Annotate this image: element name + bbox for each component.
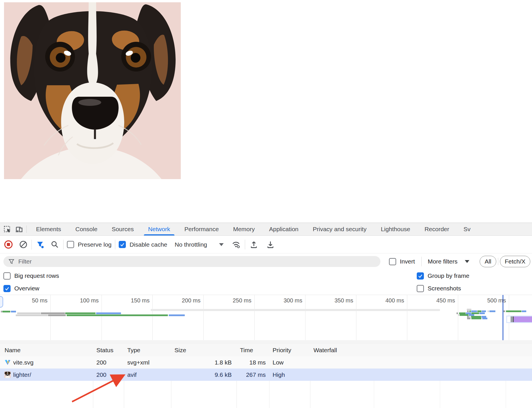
import-har-icon[interactable]: [249, 240, 259, 249]
overview-gridline: [356, 295, 356, 340]
record-network-log-button[interactable]: [3, 240, 13, 249]
devtools-panel: Elements Console Sources Network Perform…: [0, 223, 532, 408]
overview-selected-request-bar[interactable]: [506, 316, 532, 323]
network-conditions-icon[interactable]: [231, 240, 241, 249]
checkbox-unchecked[interactable]: [3, 272, 11, 280]
checkbox-unchecked[interactable]: [389, 258, 396, 265]
network-request-table: Name Status Type Size Time Priority Wate…: [0, 344, 532, 408]
export-har-icon[interactable]: [265, 240, 275, 249]
big-request-rows-checkbox[interactable]: Big request rows: [3, 272, 59, 280]
request-row-lighter-selected[interactable]: lighter/ 200 avif 9.6 kB 267 ms High: [0, 369, 532, 381]
tab-application[interactable]: Application: [262, 223, 306, 235]
overview-gridline: [305, 295, 305, 340]
preserve-log-checkbox[interactable]: Preserve log: [67, 241, 112, 248]
screenshots-checkbox[interactable]: Screenshots: [417, 285, 461, 292]
divider: [115, 240, 115, 249]
overview-gridline: [203, 295, 204, 340]
request-row-vite-svg[interactable]: vite.svg 200 svg+xml 1.8 kB 18 ms Low: [0, 356, 532, 369]
tab-network[interactable]: Network: [141, 223, 177, 235]
col-header-name[interactable]: Name: [5, 344, 21, 356]
overview-request-bar: [456, 312, 458, 314]
inspect-element-icon[interactable]: [2, 224, 12, 234]
col-header-time[interactable]: Time: [240, 344, 253, 356]
ruler-tick-label: 400 ms: [370, 297, 404, 304]
throttling-dropdown-caret[interactable]: [219, 243, 224, 246]
overview-request-bar: [471, 318, 481, 319]
overview-request-bar: [151, 309, 440, 311]
search-icon[interactable]: [49, 240, 60, 249]
divider: [31, 240, 32, 249]
overview-request-bar: [11, 311, 16, 312]
overview-gridline: [254, 295, 255, 340]
overview-gridline: [102, 295, 102, 340]
more-filters-button[interactable]: More filters: [428, 258, 470, 265]
tab-recorder[interactable]: Recorder: [417, 223, 456, 235]
divider: [63, 240, 63, 249]
disable-cache-label: Disable cache: [130, 241, 167, 248]
divider: [498, 258, 498, 265]
filter-toggle-icon[interactable]: [35, 240, 45, 249]
devtools-tab-bar: Elements Console Sources Network Perform…: [0, 223, 532, 236]
checkbox-checked[interactable]: [3, 285, 11, 292]
overview-request-bar: [169, 314, 185, 316]
overview-request-bar: [17, 312, 41, 314]
dog-favicon: [4, 371, 11, 378]
overview-gridline: [50, 295, 51, 340]
overview-gridline: [458, 295, 458, 340]
checkbox-unchecked[interactable]: [417, 285, 424, 292]
throttling-select[interactable]: No throttling: [175, 241, 207, 248]
ruler-tick-label: 50 ms: [13, 297, 47, 304]
col-header-priority[interactable]: Priority: [273, 344, 291, 356]
checkbox-checked[interactable]: [417, 272, 424, 280]
overview-request-bar: [503, 310, 505, 312]
checkbox-unchecked[interactable]: [67, 241, 74, 248]
tab-console[interactable]: Console: [68, 223, 105, 235]
network-overview-timeline[interactable]: 50 ms100 ms150 ms200 ms250 ms300 ms350 m…: [0, 295, 532, 340]
overview-request-bar: [469, 310, 471, 312]
disable-cache-checkbox[interactable]: Disable cache: [119, 241, 167, 248]
overview-drag-handle[interactable]: [0, 296, 3, 308]
tab-sources[interactable]: Sources: [105, 223, 141, 235]
overview-request-bar: [96, 312, 121, 314]
device-toolbar-icon[interactable]: [14, 224, 24, 234]
group-by-frame-checkbox[interactable]: Group by frame: [417, 272, 469, 280]
tab-elements[interactable]: Elements: [29, 223, 68, 235]
overview-request-bar: [467, 309, 471, 310]
overview-request-bar: [458, 314, 459, 316]
overview-playhead[interactable]: [503, 295, 503, 340]
network-filter-row: Filter Invert More filters All Fetch/X: [0, 253, 532, 270]
tab-lighthouse[interactable]: Lighthouse: [374, 223, 417, 235]
overview-request-bar: [65, 312, 96, 314]
overview-request-bar: [48, 314, 66, 316]
filter-pill-fetch-xhr[interactable]: Fetch/X: [500, 256, 530, 267]
overview-checkbox[interactable]: Overview: [3, 285, 39, 292]
ruler-tick-label: 350 ms: [319, 297, 353, 304]
filter-input[interactable]: Filter: [3, 256, 380, 267]
invert-checkbox[interactable]: Invert: [389, 258, 415, 265]
overview-request-bar: [488, 310, 489, 312]
ruler-tick-label: 100 ms: [64, 297, 99, 304]
tab-privacy-security[interactable]: Privacy and security: [305, 223, 374, 235]
clear-network-log-button[interactable]: [18, 240, 28, 249]
col-header-waterfall[interactable]: Waterfall: [313, 344, 337, 356]
overview-request-bar: [1, 311, 2, 312]
checkbox-checked[interactable]: [119, 241, 126, 248]
overview-request-bar: [2, 311, 10, 312]
overview-request-bar: [479, 312, 485, 314]
overview-request-bar: [41, 312, 65, 314]
filter-placeholder: Filter: [18, 258, 32, 265]
network-toolbar: Preserve log Disable cache No throttling: [0, 236, 532, 253]
col-header-type[interactable]: Type: [127, 344, 140, 356]
col-header-size[interactable]: Size: [174, 344, 186, 356]
tab-memory[interactable]: Memory: [226, 223, 262, 235]
overview-request-bar: [467, 310, 469, 312]
overview-request-bar: [471, 310, 477, 312]
table-header: Name Status Type Size Time Priority Wate…: [0, 344, 532, 356]
tab-overflow-clipped[interactable]: Sv: [456, 223, 478, 235]
divider: [26, 225, 27, 233]
filter-pill-all[interactable]: All: [480, 256, 496, 267]
tab-performance[interactable]: Performance: [177, 223, 226, 235]
active-tab-underline: [144, 234, 174, 235]
overview-divider-strip: [0, 340, 532, 344]
col-header-status[interactable]: Status: [96, 344, 114, 356]
